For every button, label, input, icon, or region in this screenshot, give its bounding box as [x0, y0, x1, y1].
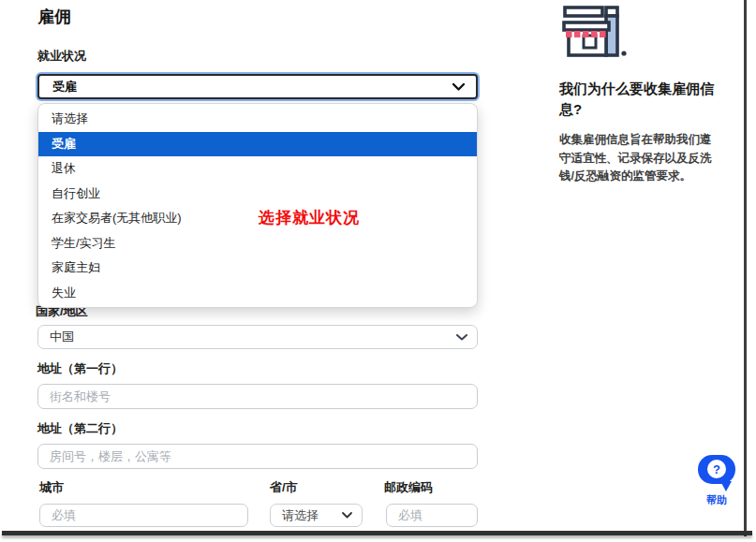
help-question-mark: ?	[713, 462, 720, 476]
province-value: 请选择	[282, 507, 319, 524]
employment-status-value: 受雇	[52, 79, 77, 95]
postal-code-label: 邮政编码	[384, 479, 433, 496]
chevron-down-icon	[342, 512, 352, 519]
city-input[interactable]	[39, 504, 248, 527]
employment-dropdown-list: 请选择受雇退休自行创业在家交易者(无其他职业)学生/实习生家庭主妇失业	[37, 103, 478, 308]
dropdown-option[interactable]: 在家交易者(无其他职业)	[38, 206, 477, 231]
dropdown-option[interactable]: 家庭主妇	[38, 256, 477, 281]
address2-label: 地址（第二行）	[37, 420, 123, 437]
dropdown-option[interactable]: 学生/实习生	[38, 231, 477, 256]
province-label: 省/市	[270, 479, 298, 496]
aside-body: 收集雇佣信息旨在帮助我们遵守适宜性、记录保存以及反洗钱/反恐融资的监管要求。	[559, 131, 717, 186]
window-bottom-edge	[2, 531, 752, 535]
dropdown-option[interactable]: 自行创业	[38, 182, 477, 207]
employment-status-select[interactable]: 受雇	[37, 74, 478, 99]
chevron-down-icon	[452, 83, 465, 91]
aside-heading: 我们为什么要收集雇佣信息?	[559, 79, 724, 120]
dropdown-option[interactable]: 受雇	[38, 132, 477, 157]
address2-input[interactable]	[37, 444, 478, 469]
country-select[interactable]: 中国	[37, 325, 478, 349]
country-value: 中国	[50, 329, 74, 345]
dropdown-option[interactable]: 请选择	[38, 107, 477, 132]
help-button[interactable]: ? 帮助	[694, 453, 739, 507]
address1-input[interactable]	[37, 384, 478, 409]
help-label: 帮助	[694, 493, 739, 507]
dropdown-option[interactable]: 退休	[38, 156, 477, 182]
employment-status-label: 就业状况	[37, 48, 86, 65]
page-title: 雇佣	[37, 6, 71, 28]
storefront-icon	[557, 5, 630, 65]
address1-label: 地址（第一行）	[37, 360, 123, 377]
city-label: 城市	[39, 479, 64, 496]
chevron-down-icon	[456, 334, 467, 341]
scrollbar-track[interactable]	[744, 0, 747, 536]
dropdown-option[interactable]: 失业	[38, 281, 477, 306]
province-select[interactable]: 请选择	[270, 504, 363, 527]
help-chat-icon: ?	[695, 453, 738, 492]
annotation-select-employment-status: 选择就业状况	[259, 207, 360, 228]
postal-code-input[interactable]	[386, 504, 478, 527]
